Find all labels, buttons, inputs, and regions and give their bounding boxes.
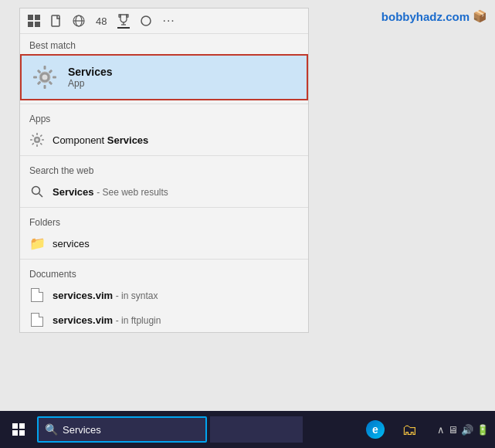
start-button[interactable] — [0, 411, 37, 448]
svg-rect-28 — [32, 134, 34, 137]
svg-rect-17 — [49, 70, 53, 74]
svg-point-12 — [42, 75, 48, 80]
svg-rect-29 — [40, 143, 42, 145]
component-services-item[interactable]: Component Services — [20, 127, 308, 152]
search-web-label: Search the web — [20, 159, 308, 179]
svg-rect-27 — [40, 134, 42, 137]
svg-rect-25 — [30, 139, 32, 141]
document-icon[interactable] — [51, 15, 62, 27]
svg-rect-20 — [37, 81, 42, 86]
svg-rect-4 — [52, 15, 59, 26]
svg-rect-30 — [32, 143, 34, 145]
watermark: bobbyhadz.com 📦 — [381, 9, 487, 23]
svg-point-22 — [36, 138, 39, 141]
trophy-icon[interactable] — [117, 13, 130, 29]
count-badge[interactable]: 48 — [96, 15, 107, 27]
svg-rect-0 — [28, 15, 33, 20]
svg-rect-3 — [35, 22, 40, 27]
divider-2 — [20, 155, 308, 156]
apps-label: Apps — [20, 107, 308, 127]
taskbar: 🔍 Services e 🗂 ∧ 🖥 🔊 🔋 — [0, 411, 495, 448]
services-vim-ftplugin-item[interactable]: services.vim - in ftplugin — [20, 307, 308, 332]
svg-point-31 — [32, 187, 40, 195]
services-folder-item[interactable]: 📁 services — [20, 231, 308, 256]
system-tray: ∧ 🖥 🔊 🔋 — [431, 424, 495, 436]
divider-3 — [20, 207, 308, 208]
svg-line-32 — [39, 194, 43, 198]
svg-point-10 — [141, 16, 151, 25]
watermark-icon: 📦 — [473, 9, 487, 23]
grid-icon[interactable] — [28, 15, 40, 27]
circle-icon[interactable] — [141, 15, 151, 26]
svg-rect-24 — [36, 144, 38, 147]
divider-4 — [20, 259, 308, 260]
best-match-text: Services App — [68, 66, 113, 89]
services-vim-syntax-label: services.vim - in syntax — [53, 290, 158, 301]
start-menu-panel: 48 ··· Best match — [19, 8, 309, 333]
chevron-up-icon[interactable]: ∧ — [437, 424, 445, 436]
component-services-icon — [29, 132, 45, 148]
taskbar-apps: e 🗂 — [354, 414, 431, 445]
file-icon-1 — [29, 287, 45, 303]
search-results: Best match — [20, 34, 308, 332]
more-options-icon[interactable]: ··· — [162, 14, 175, 28]
svg-rect-16 — [53, 76, 56, 79]
watermark-text: bobbyhadz.com — [381, 10, 470, 23]
edge-app-button[interactable]: e — [360, 414, 391, 445]
divider-1 — [20, 104, 308, 104]
component-services-label: Component Services — [53, 134, 148, 146]
taskbar-search-icon: 🔍 — [45, 423, 58, 436]
svg-rect-26 — [42, 139, 44, 141]
svg-rect-1 — [35, 15, 40, 20]
file-icon-2 — [29, 312, 45, 328]
services-vim-ftplugin-label: services.vim - in ftplugin — [53, 314, 161, 326]
best-match-label: Best match — [20, 34, 308, 54]
best-match-sub: App — [68, 78, 113, 89]
svg-rect-2 — [28, 22, 33, 27]
svg-rect-15 — [33, 76, 37, 79]
svg-rect-23 — [36, 133, 38, 135]
best-match-name: Services — [68, 66, 113, 78]
documents-label: Documents — [20, 263, 308, 283]
icon-bar: 48 ··· — [20, 8, 308, 34]
taskbar-search-box[interactable]: 🔍 Services — [37, 416, 207, 443]
tray-icons: ∧ 🖥 🔊 🔋 — [437, 424, 489, 436]
battery-icon[interactable]: 🔋 — [476, 424, 489, 436]
search-web-services-label: Services - See web results — [53, 186, 168, 198]
svg-rect-13 — [44, 66, 46, 70]
taskbar-search-text: Services — [63, 424, 101, 436]
folders-label: Folders — [20, 211, 308, 231]
file-explorer-icon: 🗂 — [402, 421, 417, 439]
globe-icon[interactable] — [73, 15, 85, 27]
speaker-icon[interactable]: 🔊 — [461, 424, 473, 436]
services-vim-syntax-item[interactable]: services.vim - in syntax — [20, 283, 308, 307]
svg-rect-19 — [49, 81, 53, 86]
services-app-icon — [31, 63, 59, 91]
folder-icon: 📁 — [29, 236, 45, 251]
network-icon[interactable]: 🖥 — [448, 424, 458, 436]
best-match-item[interactable]: Services App — [20, 54, 308, 100]
file-explorer-button[interactable]: 🗂 — [394, 414, 425, 445]
svg-rect-14 — [44, 85, 46, 89]
edge-icon: e — [366, 420, 385, 439]
svg-rect-18 — [37, 70, 42, 74]
search-web-icon — [29, 184, 45, 199]
search-web-services-item[interactable]: Services - See web results — [20, 179, 308, 204]
windows-logo — [12, 423, 25, 436]
taskbar-extra-box — [210, 416, 303, 443]
services-folder-label: services — [53, 238, 90, 249]
